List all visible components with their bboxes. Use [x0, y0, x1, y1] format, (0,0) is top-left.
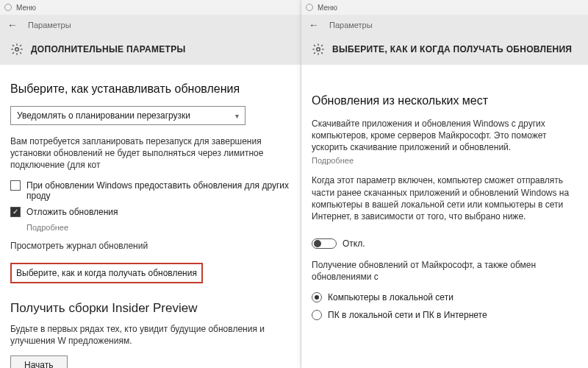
text-span: Скачивайте приложения и обновления Windo… — [312, 118, 547, 152]
install-mode-select[interactable]: Уведомлять о планировании перезагрузки ▾ — [10, 106, 245, 125]
titlebar-right: Меню — [301, 0, 588, 15]
sources-description-2: Когда этот параметр включен, компьютер с… — [312, 174, 578, 222]
navbar-right: ← Параметры — [301, 15, 588, 35]
checkbox-label: При обновлении Windows предоставить обно… — [26, 180, 290, 201]
sources-description-1: Скачивайте приложения и обновления Windo… — [312, 118, 578, 166]
checkbox-row-other-products[interactable]: При обновлении Windows предоставить обно… — [10, 180, 290, 201]
window-icon — [4, 4, 12, 11]
delivery-toggle[interactable]: Откл. — [312, 238, 365, 249]
section-title-install: Выберите, как устанавливать обновления — [10, 82, 290, 96]
checkbox-label: Отложить обновления — [26, 207, 118, 217]
breadcrumb[interactable]: Параметры — [28, 21, 71, 29]
radio-local-and-internet[interactable]: ПК в локальной сети и ПК в Интернете — [312, 310, 578, 320]
checkbox-unchecked-icon — [10, 180, 21, 191]
radio-label: ПК в локальной сети и ПК в Интернете — [328, 310, 487, 320]
checkbox-checked-icon: ✓ — [10, 207, 21, 217]
link-update-history[interactable]: Просмотреть журнал обновлений — [10, 241, 290, 251]
toggle-knob-icon — [314, 240, 321, 247]
page-title: ДОПОЛНИТЕЛЬНЫЕ ПАРАМЕТРЫ — [31, 44, 186, 54]
defer-more-link[interactable]: Подробнее — [26, 223, 290, 232]
gear-icon — [10, 43, 24, 56]
left-content: Выберите, как устанавливать обновления У… — [0, 65, 301, 368]
svg-point-0 — [15, 48, 19, 52]
navbar-left: ← Параметры — [0, 15, 301, 35]
radio-unchecked-icon — [312, 310, 322, 320]
titlebar-menu-label[interactable]: Меню — [16, 4, 36, 12]
insider-title: Получить сборки Insider Preview — [10, 301, 290, 316]
right-settings-window: Меню ← Параметры ВЫБЕРИТЕ, КАК И КОГДА П… — [301, 0, 588, 368]
radio-label: Компьютеры в локальной сети — [328, 292, 453, 302]
back-icon[interactable]: ← — [7, 19, 18, 31]
toggle-track-icon — [312, 238, 337, 249]
page-title: ВЫБЕРИТЕ, КАК И КОГДА ПОЛУЧАТЬ ОБНОВЛЕНИ… — [332, 44, 572, 54]
back-icon[interactable]: ← — [309, 19, 319, 31]
titlebar-menu-label[interactable]: Меню — [318, 4, 337, 12]
checkbox-row-defer[interactable]: ✓ Отложить обновления — [10, 207, 290, 217]
restart-description: Вам потребуется запланировать перезапуск… — [10, 135, 290, 171]
svg-point-1 — [317, 48, 320, 52]
select-value: Уведомлять о планировании перезагрузки — [17, 110, 190, 121]
insider-body: Будьте в первых рядах тех, кто увидит бу… — [10, 323, 290, 347]
link-choose-delivery[interactable]: Выберите, как и когда получать обновлени… — [10, 263, 203, 283]
right-content: Обновления из нескольких мест Скачивайте… — [301, 65, 588, 320]
start-button[interactable]: Начать — [10, 355, 68, 368]
breadcrumb[interactable]: Параметры — [329, 21, 373, 29]
radio-local-only[interactable]: Компьютеры в локальной сети — [312, 292, 578, 302]
section-title-sources: Обновления из нескольких мест — [312, 94, 578, 107]
gear-icon — [312, 43, 325, 56]
radio-checked-icon — [312, 292, 322, 302]
page-header-right: ВЫБЕРИТЕ, КАК И КОГДА ПОЛУЧАТЬ ОБНОВЛЕНИ… — [301, 35, 588, 65]
sources-description-3: Получение обновлений от Майкрософт, а та… — [312, 259, 578, 283]
toggle-label: Откл. — [343, 238, 365, 249]
page-header-left: ДОПОЛНИТЕЛЬНЫЕ ПАРАМЕТРЫ — [0, 35, 301, 65]
left-settings-window: Меню ← Параметры ДОПОЛНИТЕЛЬНЫЕ ПАРАМЕТР… — [0, 0, 301, 368]
chevron-down-icon: ▾ — [235, 112, 239, 120]
more-link[interactable]: Подробнее — [312, 155, 578, 166]
titlebar-left: Меню — [0, 0, 301, 15]
window-icon — [306, 4, 313, 11]
